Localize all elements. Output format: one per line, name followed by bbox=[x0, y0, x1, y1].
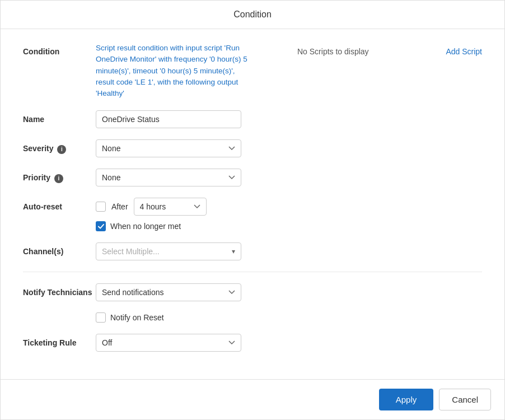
condition-label: Condition bbox=[23, 43, 96, 56]
name-row: Name bbox=[23, 110, 482, 128]
section-divider bbox=[23, 272, 482, 272]
when-no-longer-row: When no longer met bbox=[96, 221, 482, 231]
notify-technicians-label: Notify Technicians bbox=[23, 283, 96, 297]
when-no-longer-label[interactable]: When no longer met bbox=[110, 222, 181, 231]
name-input[interactable] bbox=[96, 110, 241, 128]
auto-reset-label: Auto-reset bbox=[23, 198, 96, 211]
dialog-title: Condition bbox=[1, 1, 504, 29]
name-label: Name bbox=[23, 110, 96, 124]
channels-select[interactable]: Select Multiple... ▾ bbox=[96, 242, 241, 260]
condition-dialog: Condition Condition Script result condit… bbox=[0, 0, 505, 420]
when-no-longer-checkbox[interactable] bbox=[96, 221, 106, 231]
priority-label: Priority i bbox=[23, 169, 96, 183]
notify-on-reset-row: Notify on Reset bbox=[96, 312, 482, 323]
condition-description: Script result condition with input scrip… bbox=[96, 43, 252, 99]
dialog-body: Condition Script result condition with i… bbox=[1, 29, 504, 379]
severity-label: Severity i bbox=[23, 139, 96, 153]
channels-label: Channel(s) bbox=[23, 242, 96, 256]
notify-technicians-content: Send notifications Do not send notificat… bbox=[96, 283, 482, 323]
auto-reset-row: Auto-reset After 1 hour 2 hours 4 hours … bbox=[23, 198, 482, 231]
dialog-footer: Apply Cancel bbox=[1, 379, 504, 419]
no-scripts-text: No Scripts to display bbox=[297, 43, 369, 56]
after-label: After bbox=[111, 202, 128, 211]
ticketing-rule-row: Ticketing Rule Off On bbox=[23, 334, 482, 352]
severity-content: None Low Medium High Critical bbox=[96, 139, 482, 157]
hours-select[interactable]: 1 hour 2 hours 4 hours 8 hours 12 hours … bbox=[134, 198, 207, 216]
notify-on-reset-label[interactable]: Notify on Reset bbox=[110, 313, 164, 322]
auto-reset-content: After 1 hour 2 hours 4 hours 8 hours 12 … bbox=[96, 198, 482, 231]
add-script-button[interactable]: Add Script bbox=[446, 43, 482, 56]
ticketing-rule-select[interactable]: Off On bbox=[96, 334, 241, 352]
channels-row: Channel(s) Select Multiple... ▾ bbox=[23, 242, 482, 260]
cancel-button[interactable]: Cancel bbox=[439, 389, 491, 410]
notify-technicians-row: Notify Technicians Send notifications Do… bbox=[23, 283, 482, 323]
channels-content: Select Multiple... ▾ bbox=[96, 242, 482, 260]
notify-technicians-select[interactable]: Send notifications Do not send notificat… bbox=[96, 283, 241, 301]
ticketing-rule-content: Off On bbox=[96, 334, 482, 352]
apply-button[interactable]: Apply bbox=[379, 389, 434, 410]
notify-on-reset-checkbox[interactable] bbox=[96, 312, 106, 323]
severity-select[interactable]: None Low Medium High Critical bbox=[96, 139, 241, 157]
after-checkbox[interactable] bbox=[96, 202, 106, 212]
severity-info-icon: i bbox=[57, 145, 66, 154]
priority-row: Priority i None Low Medium High bbox=[23, 169, 482, 186]
name-content bbox=[96, 110, 482, 128]
auto-reset-after-row: After 1 hour 2 hours 4 hours 8 hours 12 … bbox=[96, 198, 482, 216]
severity-row: Severity i None Low Medium High Critical bbox=[23, 139, 482, 157]
priority-content: None Low Medium High bbox=[96, 169, 482, 186]
channels-placeholder: Select Multiple... bbox=[102, 247, 232, 256]
condition-row: Condition Script result condition with i… bbox=[23, 43, 482, 99]
channels-chevron-icon: ▾ bbox=[232, 248, 235, 255]
ticketing-rule-label: Ticketing Rule bbox=[23, 334, 96, 347]
priority-info-icon: i bbox=[54, 174, 63, 183]
priority-select[interactable]: None Low Medium High bbox=[96, 169, 241, 186]
